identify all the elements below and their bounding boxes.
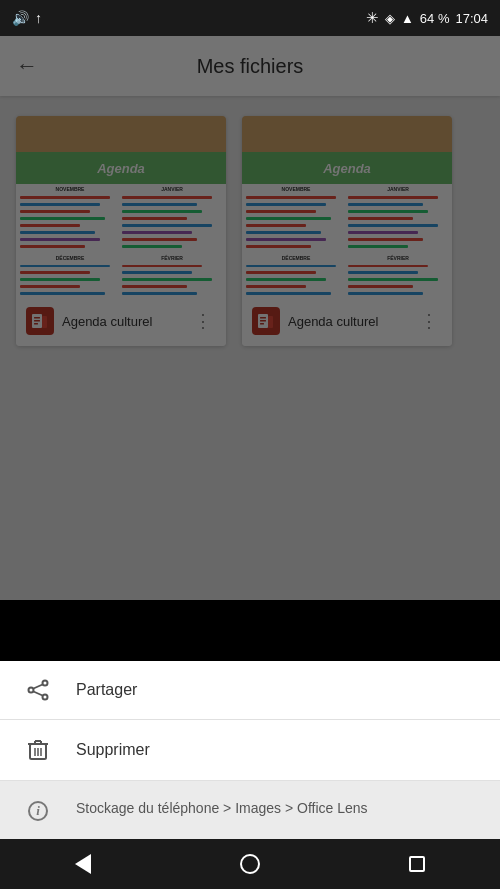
svg-point-11 xyxy=(43,695,48,700)
storage-info-item: i Stockage du téléphone > Images > Offic… xyxy=(0,781,500,839)
nav-back-button[interactable] xyxy=(53,844,113,884)
bluetooth-icon: ✳ xyxy=(366,9,379,27)
share-label: Partager xyxy=(76,681,137,699)
audio-icon: 🔊 xyxy=(12,10,29,26)
storage-path-text: Stockage du téléphone > Images > Office … xyxy=(76,799,368,819)
share-button[interactable]: Partager xyxy=(0,661,500,719)
time-text: 17:04 xyxy=(455,11,488,26)
nav-recent-button[interactable] xyxy=(387,844,447,884)
signal-icon: ▲ xyxy=(401,11,414,26)
delete-button[interactable]: Supprimer xyxy=(0,720,500,780)
battery-text: 64 % xyxy=(420,11,450,26)
nav-home-icon xyxy=(240,854,260,874)
status-bar: 🔊 ↑ ✳ ◈ ▲ 64 % 17:04 xyxy=(0,0,500,36)
wifi-icon: ◈ xyxy=(385,11,395,26)
delete-label: Supprimer xyxy=(76,741,150,759)
dim-overlay xyxy=(0,0,500,600)
nav-home-button[interactable] xyxy=(220,844,280,884)
status-left-icons: 🔊 ↑ xyxy=(12,10,42,26)
nav-bar xyxy=(0,839,500,889)
svg-point-12 xyxy=(29,688,34,693)
nav-recent-icon xyxy=(409,856,425,872)
svg-line-14 xyxy=(34,692,43,696)
svg-line-13 xyxy=(34,685,43,689)
upload-icon: ↑ xyxy=(35,10,42,26)
trash-icon xyxy=(24,738,52,762)
bottom-sheet: Partager Supprimer i Stockage du télépho… xyxy=(0,661,500,839)
info-icon: i xyxy=(24,801,52,821)
svg-point-10 xyxy=(43,681,48,686)
share-icon xyxy=(24,679,52,701)
status-right-info: ✳ ◈ ▲ 64 % 17:04 xyxy=(366,9,488,27)
nav-back-icon xyxy=(75,854,91,874)
